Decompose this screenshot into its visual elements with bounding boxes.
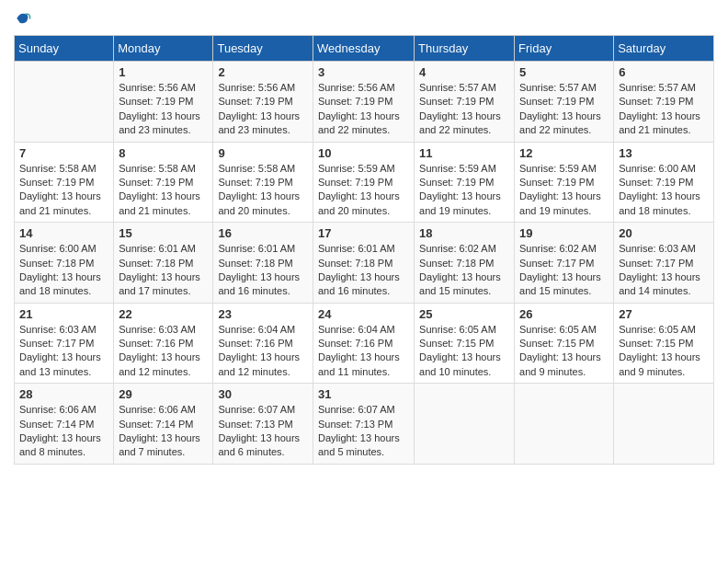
day-info: Sunrise: 6:01 AM Sunset: 7:18 PM Dayligh… xyxy=(119,242,208,299)
calendar-day: 1 Sunrise: 5:56 AM Sunset: 7:19 PM Dayli… xyxy=(114,62,213,143)
calendar-day: 20 Sunrise: 6:03 AM Sunset: 7:17 PM Dayl… xyxy=(614,223,714,304)
calendar-day: 22 Sunrise: 6:03 AM Sunset: 7:16 PM Dayl… xyxy=(114,303,213,384)
calendar-day: 21 Sunrise: 6:03 AM Sunset: 7:17 PM Dayl… xyxy=(15,303,114,384)
calendar-week: 14 Sunrise: 6:00 AM Sunset: 7:18 PM Dayl… xyxy=(15,223,714,304)
calendar-day: 17 Sunrise: 6:01 AM Sunset: 7:18 PM Dayl… xyxy=(313,223,415,304)
calendar-day: 16 Sunrise: 6:01 AM Sunset: 7:18 PM Dayl… xyxy=(213,223,313,304)
day-info: Sunrise: 5:58 AM Sunset: 7:19 PM Dayligh… xyxy=(119,162,208,219)
day-number: 28 xyxy=(19,387,108,401)
calendar-week: 7 Sunrise: 5:58 AM Sunset: 7:19 PM Dayli… xyxy=(15,142,714,223)
day-info: Sunrise: 6:04 AM Sunset: 7:16 PM Dayligh… xyxy=(318,323,409,380)
calendar-body: 1 Sunrise: 5:56 AM Sunset: 7:19 PM Dayli… xyxy=(15,62,714,465)
day-info: Sunrise: 6:01 AM Sunset: 7:18 PM Dayligh… xyxy=(218,242,308,299)
calendar-day: 24 Sunrise: 6:04 AM Sunset: 7:16 PM Dayl… xyxy=(313,303,415,384)
day-number: 30 xyxy=(218,387,308,401)
calendar-day: 18 Sunrise: 6:02 AM Sunset: 7:18 PM Dayl… xyxy=(415,223,515,304)
weekday-header: Thursday xyxy=(415,36,515,62)
calendar-day: 8 Sunrise: 5:58 AM Sunset: 7:19 PM Dayli… xyxy=(114,142,213,223)
calendar-header: SundayMondayTuesdayWednesdayThursdayFrid… xyxy=(15,36,714,62)
day-info: Sunrise: 5:57 AM Sunset: 7:19 PM Dayligh… xyxy=(519,81,609,138)
day-number: 1 xyxy=(119,65,208,79)
day-info: Sunrise: 6:03 AM Sunset: 7:17 PM Dayligh… xyxy=(19,323,108,380)
day-number: 19 xyxy=(519,226,609,240)
day-info: Sunrise: 6:00 AM Sunset: 7:19 PM Dayligh… xyxy=(619,162,709,219)
day-info: Sunrise: 6:05 AM Sunset: 7:15 PM Dayligh… xyxy=(519,323,609,380)
weekday-header: Tuesday xyxy=(213,36,313,62)
day-info: Sunrise: 6:02 AM Sunset: 7:17 PM Dayligh… xyxy=(519,242,609,299)
calendar-day: 14 Sunrise: 6:00 AM Sunset: 7:18 PM Dayl… xyxy=(15,223,114,304)
day-info: Sunrise: 5:56 AM Sunset: 7:19 PM Dayligh… xyxy=(318,81,409,138)
weekday-header: Wednesday xyxy=(313,36,415,62)
day-info: Sunrise: 6:06 AM Sunset: 7:14 PM Dayligh… xyxy=(119,403,208,460)
day-number: 10 xyxy=(318,146,409,160)
calendar-day xyxy=(15,62,114,143)
day-number: 27 xyxy=(619,307,709,321)
calendar-day: 26 Sunrise: 6:05 AM Sunset: 7:15 PM Dayl… xyxy=(515,303,614,384)
day-number: 26 xyxy=(519,307,609,321)
calendar-week: 1 Sunrise: 5:56 AM Sunset: 7:19 PM Dayli… xyxy=(15,62,714,143)
day-number: 23 xyxy=(218,307,308,321)
day-number: 15 xyxy=(119,226,208,240)
calendar-day: 31 Sunrise: 6:07 AM Sunset: 7:13 PM Dayl… xyxy=(313,384,415,465)
calendar-day: 12 Sunrise: 5:59 AM Sunset: 7:19 PM Dayl… xyxy=(515,142,614,223)
calendar-table: SundayMondayTuesdayWednesdayThursdayFrid… xyxy=(14,35,714,465)
day-number: 31 xyxy=(318,387,409,401)
day-number: 11 xyxy=(419,146,509,160)
day-info: Sunrise: 5:58 AM Sunset: 7:19 PM Dayligh… xyxy=(19,162,108,219)
logo xyxy=(14,9,36,28)
day-info: Sunrise: 6:04 AM Sunset: 7:16 PM Dayligh… xyxy=(218,323,308,380)
day-number: 21 xyxy=(19,307,108,321)
calendar-day: 28 Sunrise: 6:06 AM Sunset: 7:14 PM Dayl… xyxy=(15,384,114,465)
day-info: Sunrise: 6:00 AM Sunset: 7:18 PM Dayligh… xyxy=(19,242,108,299)
day-info: Sunrise: 5:59 AM Sunset: 7:19 PM Dayligh… xyxy=(419,162,509,219)
calendar-day: 10 Sunrise: 5:59 AM Sunset: 7:19 PM Dayl… xyxy=(313,142,415,223)
day-info: Sunrise: 6:03 AM Sunset: 7:17 PM Dayligh… xyxy=(619,242,709,299)
day-info: Sunrise: 5:59 AM Sunset: 7:19 PM Dayligh… xyxy=(318,162,409,219)
day-number: 8 xyxy=(119,146,208,160)
calendar-day: 2 Sunrise: 5:56 AM Sunset: 7:19 PM Dayli… xyxy=(213,62,313,143)
day-info: Sunrise: 5:57 AM Sunset: 7:19 PM Dayligh… xyxy=(619,81,709,138)
calendar-day: 29 Sunrise: 6:06 AM Sunset: 7:14 PM Dayl… xyxy=(114,384,213,465)
logo-icon xyxy=(14,9,32,28)
weekday-header: Monday xyxy=(114,36,213,62)
day-number: 25 xyxy=(419,307,509,321)
weekday-header: Saturday xyxy=(614,36,714,62)
day-number: 6 xyxy=(619,65,709,79)
day-info: Sunrise: 5:59 AM Sunset: 7:19 PM Dayligh… xyxy=(519,162,609,219)
day-info: Sunrise: 6:02 AM Sunset: 7:18 PM Dayligh… xyxy=(419,242,509,299)
day-number: 2 xyxy=(218,65,308,79)
day-info: Sunrise: 6:07 AM Sunset: 7:13 PM Dayligh… xyxy=(318,403,409,460)
calendar-day: 6 Sunrise: 5:57 AM Sunset: 7:19 PM Dayli… xyxy=(614,62,714,143)
day-info: Sunrise: 6:03 AM Sunset: 7:16 PM Dayligh… xyxy=(119,323,208,380)
calendar-day: 9 Sunrise: 5:58 AM Sunset: 7:19 PM Dayli… xyxy=(213,142,313,223)
calendar-day: 4 Sunrise: 5:57 AM Sunset: 7:19 PM Dayli… xyxy=(415,62,515,143)
calendar-day: 15 Sunrise: 6:01 AM Sunset: 7:18 PM Dayl… xyxy=(114,223,213,304)
day-number: 12 xyxy=(519,146,609,160)
calendar-day: 27 Sunrise: 6:05 AM Sunset: 7:15 PM Dayl… xyxy=(614,303,714,384)
day-number: 22 xyxy=(119,307,208,321)
calendar-day xyxy=(415,384,515,465)
day-number: 17 xyxy=(318,226,409,240)
day-info: Sunrise: 6:05 AM Sunset: 7:15 PM Dayligh… xyxy=(419,323,509,380)
weekday-header: Friday xyxy=(515,36,614,62)
day-number: 3 xyxy=(318,65,409,79)
day-info: Sunrise: 5:57 AM Sunset: 7:19 PM Dayligh… xyxy=(419,81,509,138)
calendar-day: 7 Sunrise: 5:58 AM Sunset: 7:19 PM Dayli… xyxy=(15,142,114,223)
day-number: 4 xyxy=(419,65,509,79)
day-number: 29 xyxy=(119,387,208,401)
day-number: 9 xyxy=(218,146,308,160)
weekday-header: Sunday xyxy=(15,36,114,62)
day-number: 5 xyxy=(519,65,609,79)
day-info: Sunrise: 6:07 AM Sunset: 7:13 PM Dayligh… xyxy=(218,403,308,460)
calendar-day: 5 Sunrise: 5:57 AM Sunset: 7:19 PM Dayli… xyxy=(515,62,614,143)
day-number: 14 xyxy=(19,226,108,240)
day-number: 24 xyxy=(318,307,409,321)
day-number: 16 xyxy=(218,226,308,240)
calendar-day: 13 Sunrise: 6:00 AM Sunset: 7:19 PM Dayl… xyxy=(614,142,714,223)
calendar-week: 21 Sunrise: 6:03 AM Sunset: 7:17 PM Dayl… xyxy=(15,303,714,384)
calendar-day: 3 Sunrise: 5:56 AM Sunset: 7:19 PM Dayli… xyxy=(313,62,415,143)
day-info: Sunrise: 5:58 AM Sunset: 7:19 PM Dayligh… xyxy=(218,162,308,219)
page-header xyxy=(14,9,714,28)
day-info: Sunrise: 6:05 AM Sunset: 7:15 PM Dayligh… xyxy=(619,323,709,380)
calendar-day: 23 Sunrise: 6:04 AM Sunset: 7:16 PM Dayl… xyxy=(213,303,313,384)
